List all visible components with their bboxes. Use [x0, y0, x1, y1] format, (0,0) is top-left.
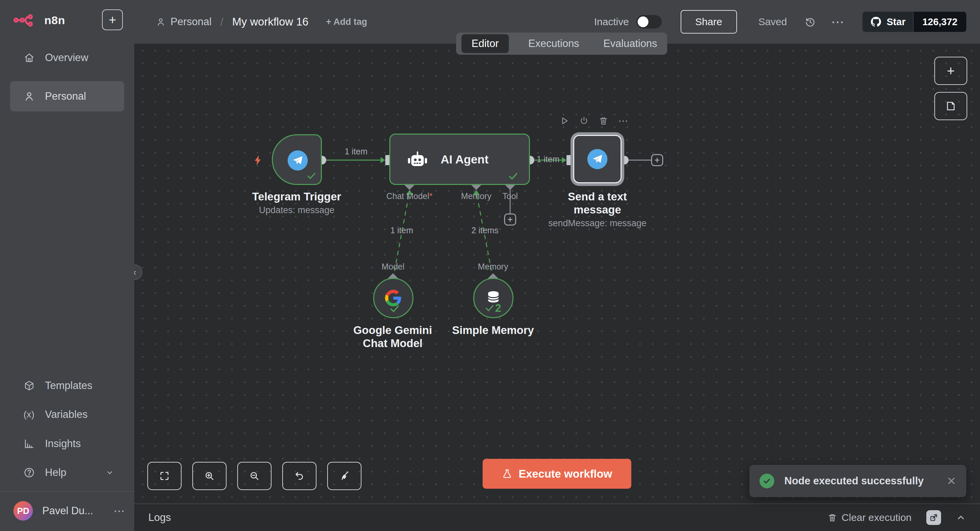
collapse-logs-chevron-icon[interactable]: [956, 512, 966, 523]
sidebar-item-label: Templates: [45, 380, 92, 392]
chevron-down-icon: [104, 468, 115, 477]
tidy-up-button[interactable]: [327, 462, 361, 490]
run-count: 2: [495, 302, 501, 315]
workflow-title[interactable]: My workflow 16: [232, 16, 309, 28]
toast-success: Node executed successfully ✕: [749, 465, 966, 497]
port-label-tool: Tool: [503, 191, 518, 201]
toast-message: Node executed successfully: [784, 475, 924, 487]
main-area: Personal / My workflow 16 + Add tag Inac…: [134, 0, 980, 531]
trash-icon[interactable]: [599, 116, 608, 126]
popout-icon: [929, 513, 938, 522]
zoom-out-icon: [249, 471, 260, 481]
workflow-canvas[interactable]: ‹ +: [134, 44, 980, 504]
n8n-logo-icon: [13, 13, 38, 27]
user-menu-button[interactable]: ⋯: [113, 504, 126, 518]
close-icon[interactable]: ✕: [947, 474, 956, 488]
sidebar-item-personal[interactable]: Personal: [10, 81, 124, 111]
node-send-text-message[interactable]: [571, 132, 624, 186]
add-next-node-button[interactable]: +: [651, 154, 663, 166]
success-check-icon: [389, 303, 400, 315]
tab-evaluations[interactable]: Evaluations: [599, 35, 662, 52]
undo-icon: [294, 471, 305, 481]
history-icon: [805, 16, 816, 27]
breadcrumb-project-label: Personal: [170, 16, 212, 28]
node-title-gemini-line1: Google Gemini: [353, 324, 432, 337]
telegram-icon: [587, 149, 608, 169]
avatar[interactable]: PD: [13, 501, 33, 521]
node-subtitle-send: sendMessage: message: [549, 218, 647, 229]
clear-execution-button[interactable]: Clear execution: [827, 512, 912, 523]
fit-view-button[interactable]: [147, 462, 181, 490]
trash-icon: [827, 513, 837, 522]
node-title-simple-memory: Simple Memory: [452, 324, 534, 337]
success-check-icon: [306, 170, 317, 181]
add-tag-button[interactable]: + Add tag: [326, 17, 367, 27]
logs-panel-header[interactable]: Logs Clear execution: [134, 504, 980, 531]
node-title-send-line2: message: [574, 203, 621, 216]
new-workflow-button[interactable]: +: [102, 10, 123, 30]
node-google-gemini[interactable]: [373, 278, 414, 318]
share-button[interactable]: Share: [681, 10, 737, 33]
node-telegram-trigger[interactable]: [272, 134, 322, 185]
fit-view-icon: [159, 471, 170, 481]
logs-actions: Clear execution: [827, 510, 966, 525]
open-logs-window-button[interactable]: [926, 510, 941, 525]
github-star-button[interactable]: Star: [862, 12, 913, 32]
execute-workflow-button[interactable]: Execute workflow: [483, 459, 631, 489]
port-label-memory: Memory: [461, 191, 492, 201]
clear-execution-label: Clear execution: [842, 512, 912, 523]
port-label-memory-in: Memory: [478, 262, 508, 272]
add-tool-button[interactable]: +: [504, 213, 516, 226]
zoom-in-button[interactable]: [192, 462, 226, 490]
undo-button[interactable]: [282, 462, 317, 490]
flask-icon: [502, 469, 512, 479]
success-check-count: 2: [484, 302, 501, 315]
node-toolbar: ⋯: [560, 115, 629, 127]
add-sticky-note-button[interactable]: [934, 92, 967, 120]
more-options-button[interactable]: ⋯: [831, 14, 845, 29]
tab-editor[interactable]: Editor: [461, 34, 509, 53]
sidebar-item-variables[interactable]: (x) Variables: [10, 404, 124, 425]
add-node-button[interactable]: +: [934, 57, 967, 85]
github-star-widget[interactable]: Star 126,372: [862, 11, 967, 32]
edge-label-trigger-agent: 1 item: [345, 147, 368, 156]
required-asterisk: *: [429, 191, 433, 201]
node-more-icon[interactable]: ⋯: [618, 115, 629, 127]
power-icon[interactable]: [579, 116, 589, 126]
history-button[interactable]: [805, 16, 816, 27]
play-icon[interactable]: [560, 116, 569, 126]
breadcrumb-project[interactable]: Personal: [156, 16, 212, 28]
view-tabs: Editor Executions Evaluations: [456, 33, 667, 55]
sidebar-item-templates[interactable]: Templates: [10, 375, 124, 396]
user-row[interactable]: PD Pavel Du... ⋯: [13, 499, 126, 522]
sidebar-item-overview[interactable]: Overview: [10, 47, 124, 68]
success-check-icon: [508, 170, 519, 182]
tab-executions[interactable]: Executions: [523, 35, 584, 52]
github-star-count: 126,372: [913, 12, 966, 32]
robot-icon: [406, 150, 429, 169]
active-toggle[interactable]: [636, 15, 662, 29]
github-star-label: Star: [887, 16, 905, 27]
zoom-in-icon: [204, 471, 215, 481]
execute-workflow-label: Execute workflow: [519, 467, 612, 480]
workflow-status-label: Inactive: [594, 16, 628, 27]
zoom-out-button[interactable]: [237, 462, 272, 490]
node-ai-agent[interactable]: AI Agent: [389, 134, 530, 185]
home-icon: [24, 52, 35, 64]
sidebar: n8n + Overview Personal Templates (x) Va…: [0, 0, 134, 531]
node-simple-memory[interactable]: 2: [473, 278, 514, 318]
connections-layer: [134, 44, 980, 504]
breadcrumb-separator: /: [220, 16, 223, 29]
sidebar-item-label: Variables: [45, 409, 88, 421]
sidebar-item-insights[interactable]: Insights: [10, 433, 124, 455]
success-circle-icon: [759, 474, 774, 488]
logs-title: Logs: [148, 512, 171, 524]
note-icon: [945, 100, 956, 112]
variables-icon: (x): [24, 409, 35, 420]
edge-label-model-items: 1 item: [390, 226, 413, 235]
node-title-send-line1: Send a text: [568, 190, 627, 203]
sidebar-item-label: Insights: [45, 438, 81, 450]
node-title-gemini-line2: Chat Model: [363, 337, 423, 350]
breadcrumb: Personal / My workflow 16 + Add tag: [156, 16, 367, 29]
sidebar-item-help[interactable]: Help: [10, 462, 124, 483]
